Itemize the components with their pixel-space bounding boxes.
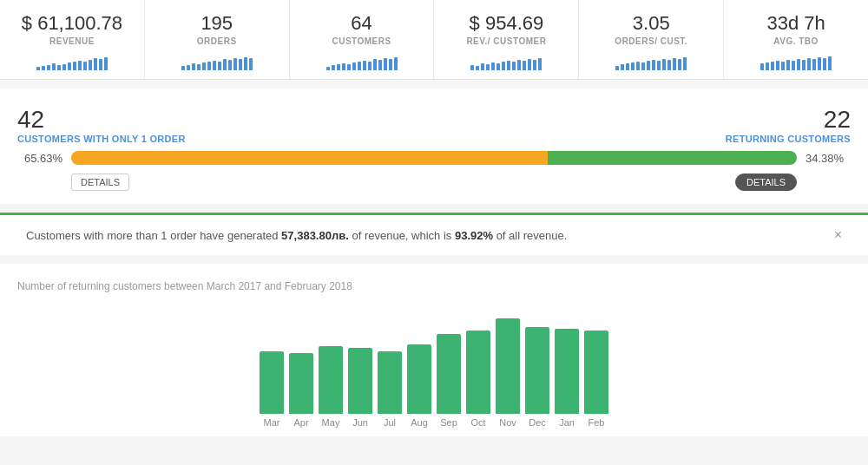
close-button[interactable]: × xyxy=(834,227,842,243)
metric-value: 3.05 xyxy=(633,12,670,35)
mini-bar xyxy=(486,64,490,70)
mini-bar xyxy=(363,61,366,70)
mini-bar xyxy=(384,58,387,70)
mini-bar xyxy=(517,60,521,70)
mini-bar xyxy=(373,59,377,70)
mini-bar xyxy=(781,62,785,70)
mini-bar xyxy=(94,58,97,70)
bar-col: Jul xyxy=(378,351,402,428)
metric-value: 64 xyxy=(351,12,372,35)
bar-rect xyxy=(319,346,343,414)
bar-col: Dec xyxy=(525,327,549,428)
mini-bar xyxy=(491,62,495,70)
info-text-before: Customers with more than 1 order have ge… xyxy=(26,229,281,242)
mini-bar xyxy=(476,66,479,70)
metric-card: 195ORDERS xyxy=(145,0,290,79)
mini-bar xyxy=(207,62,211,70)
bar-rect xyxy=(260,351,284,414)
bar-label: Apr xyxy=(293,417,308,428)
mini-bar xyxy=(197,64,201,70)
mini-bar xyxy=(533,60,536,70)
mini-bar xyxy=(481,63,484,70)
left-label: CUSTOMERS WITH ONLY 1 ORDER xyxy=(17,134,186,144)
mini-bar xyxy=(68,62,71,70)
metric-label: CUSTOMERS xyxy=(332,36,391,46)
mini-bar xyxy=(52,63,56,70)
mini-bar xyxy=(326,67,330,70)
mini-bar xyxy=(378,60,382,70)
bar-label: Nov xyxy=(499,417,516,428)
mini-bar xyxy=(228,60,232,70)
right-label: RETURNING CUSTOMERS xyxy=(726,134,851,144)
mini-bar xyxy=(621,64,624,70)
mini-bar xyxy=(818,57,821,70)
info-amount: 57,383.80лв. xyxy=(281,229,349,242)
customers-split: 42 CUSTOMERS WITH ONLY 1 ORDER 22 RETURN… xyxy=(17,106,851,144)
chart-section: Number of returning customers between Ma… xyxy=(0,264,868,436)
mini-bar xyxy=(631,62,635,70)
mini-bar xyxy=(36,67,40,70)
bar-label: Dec xyxy=(529,417,546,428)
mini-bar xyxy=(89,60,92,70)
left-count: 42 xyxy=(17,106,186,134)
mini-bar xyxy=(502,62,505,70)
info-pct: 93.92% xyxy=(455,229,493,242)
mini-bar xyxy=(538,58,542,70)
mini-bar xyxy=(47,65,50,70)
chart-title: Number of returning customers between Ma… xyxy=(17,279,851,292)
mini-bar xyxy=(332,65,335,70)
bar-col: Jan xyxy=(555,329,579,428)
mini-bar xyxy=(389,59,392,70)
bar-rect xyxy=(407,344,431,414)
mini-bar xyxy=(678,59,681,70)
metric-card: 33d 7hAVG. TBO xyxy=(724,0,868,79)
mini-bar xyxy=(213,61,216,70)
mini-bar xyxy=(786,60,790,70)
mini-bar xyxy=(512,62,516,70)
mini-bars xyxy=(181,51,253,70)
mini-bar xyxy=(662,59,666,70)
chart-title-main: Number of returning customers xyxy=(17,280,161,292)
split-left: 42 CUSTOMERS WITH ONLY 1 ORDER xyxy=(17,106,186,144)
right-count: 22 xyxy=(726,106,851,134)
info-bar: Customers with more than 1 order have ge… xyxy=(0,213,868,255)
metrics-row: $ 61,100.78REVENUE195ORDERS64CUSTOMERS$ … xyxy=(0,0,868,80)
bar-rect xyxy=(466,331,490,414)
bar-col: Oct xyxy=(466,331,490,428)
bar-label: Oct xyxy=(470,417,485,428)
mini-bar xyxy=(636,62,640,70)
mini-bar xyxy=(652,60,655,70)
mini-bar xyxy=(337,64,340,70)
mini-bar xyxy=(347,64,351,70)
bar-rect xyxy=(348,348,372,414)
bar-label: Aug xyxy=(411,417,428,428)
mini-bar xyxy=(223,59,227,70)
mini-bar xyxy=(233,58,237,70)
bar-label: May xyxy=(322,417,340,428)
bar-col: May xyxy=(319,346,343,428)
mini-bar xyxy=(368,62,372,70)
mini-bar xyxy=(776,61,779,70)
bar-col: Sep xyxy=(437,334,461,428)
mini-bar xyxy=(187,65,190,70)
mini-bar xyxy=(239,59,242,70)
mini-bar xyxy=(342,63,345,70)
bar-col: Nov xyxy=(496,318,520,428)
bar-col: Aug xyxy=(407,344,431,428)
metric-label: REV./ CUSTOMER xyxy=(466,36,546,46)
info-text-after: of all revenue. xyxy=(493,229,567,242)
bar-rect xyxy=(525,327,549,414)
mini-bar xyxy=(647,61,650,70)
bar-col: Jun xyxy=(348,348,372,428)
mini-bar xyxy=(62,64,66,70)
mini-bar xyxy=(244,57,247,70)
mini-bar xyxy=(78,61,82,70)
progress-row: 65.63% 34.38% xyxy=(17,151,851,165)
bar-label: Feb xyxy=(589,417,605,428)
metric-value: 33d 7h xyxy=(766,12,825,35)
mini-bars xyxy=(326,51,398,70)
details-left-button[interactable]: DETAILS xyxy=(71,174,129,191)
mini-bar xyxy=(828,56,832,70)
mini-bar xyxy=(823,58,826,70)
details-right-button[interactable]: DETAILS xyxy=(735,174,797,191)
